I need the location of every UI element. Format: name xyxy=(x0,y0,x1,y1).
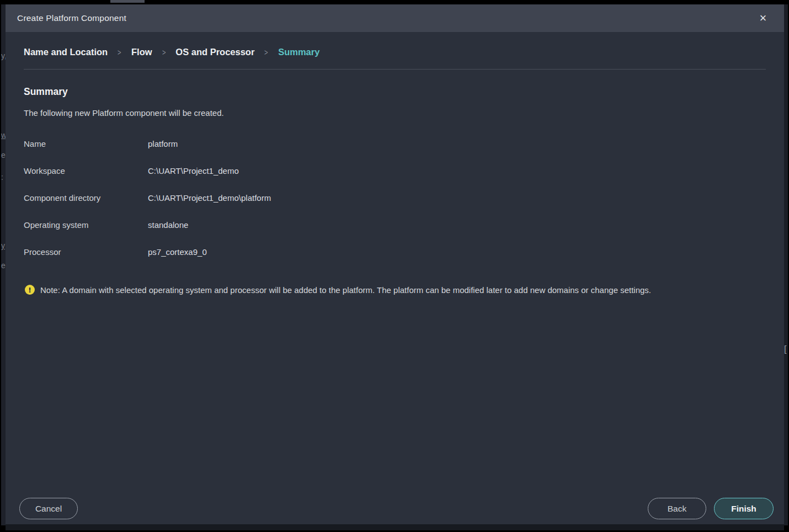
field-label: Operating system xyxy=(24,220,148,230)
occluded-window-bottom-strip xyxy=(6,524,784,530)
note-row: ! Note: A domain with selected operating… xyxy=(25,285,766,295)
field-value: platform xyxy=(148,139,178,148)
field-label: Processor xyxy=(24,247,148,257)
breadcrumb-step-flow[interactable]: Flow xyxy=(131,47,152,57)
field-value: C:\UART\Project1_demo xyxy=(148,166,239,175)
breadcrumb-step-os-and-processor[interactable]: OS and Processor xyxy=(175,47,254,57)
breadcrumb-step-summary: Summary xyxy=(278,47,319,57)
field-row-component-directory: Component directory C:\UART\Project1_dem… xyxy=(24,191,766,204)
field-row-name: Name platform xyxy=(24,137,766,150)
summary-fields: Name platform Workspace C:\UART\Project1… xyxy=(24,137,766,258)
occluded-window-right-strip: [ xyxy=(784,4,788,525)
breadcrumb-divider xyxy=(24,69,766,70)
footer-right-buttons: Back Finish xyxy=(648,498,774,519)
breadcrumb-step-name-and-location[interactable]: Name and Location xyxy=(24,47,108,57)
right-strip-glyph-fragment: [ xyxy=(784,345,786,354)
left-strip-text-fragment: : xyxy=(1,173,3,181)
dialog-content: Name and Location > Flow > OS and Proces… xyxy=(6,32,784,524)
field-label: Name xyxy=(24,139,148,148)
field-label: Workspace xyxy=(24,166,148,175)
field-value: ps7_cortexa9_0 xyxy=(148,247,207,257)
occluded-window-top-fragment xyxy=(110,0,145,3)
dialog-titlebar: Create Platform Component × xyxy=(6,4,784,32)
chevron-right-icon: > xyxy=(162,47,166,57)
chevron-right-icon: > xyxy=(264,47,268,57)
dialog-title: Create Platform Component xyxy=(17,13,126,23)
summary-heading: Summary xyxy=(24,86,766,98)
wizard-breadcrumb: Name and Location > Flow > OS and Proces… xyxy=(24,32,766,58)
left-strip-text-fragment: e xyxy=(1,151,6,159)
cancel-button[interactable]: Cancel xyxy=(19,498,78,519)
left-strip-text-fragment: w xyxy=(1,131,6,139)
occluded-window-left-strip: y, w e : y e xyxy=(1,4,6,525)
left-strip-text-fragment: y, xyxy=(1,52,6,60)
back-button[interactable]: Back xyxy=(648,498,706,519)
field-row-processor: Processor ps7_cortexa9_0 xyxy=(24,245,766,258)
create-platform-component-dialog: Create Platform Component × Name and Loc… xyxy=(6,4,784,524)
dialog-footer: Cancel Back Finish xyxy=(6,498,784,519)
summary-description: The following new Platform component wil… xyxy=(24,108,766,118)
finish-button[interactable]: Finish xyxy=(714,498,774,519)
close-icon[interactable]: × xyxy=(755,10,771,26)
chevron-right-icon: > xyxy=(118,47,121,57)
field-value: C:\UART\Project1_demo\platform xyxy=(148,193,271,203)
note-text: Note: A domain with selected operating s… xyxy=(40,285,651,295)
left-strip-text-fragment: y xyxy=(1,242,5,249)
field-label: Component directory xyxy=(24,193,148,203)
warning-icon: ! xyxy=(25,285,35,295)
field-row-workspace: Workspace C:\UART\Project1_demo xyxy=(24,164,766,177)
field-row-operating-system: Operating system standalone xyxy=(24,218,766,231)
left-strip-text-fragment: e xyxy=(1,262,6,269)
field-value: standalone xyxy=(148,220,188,230)
